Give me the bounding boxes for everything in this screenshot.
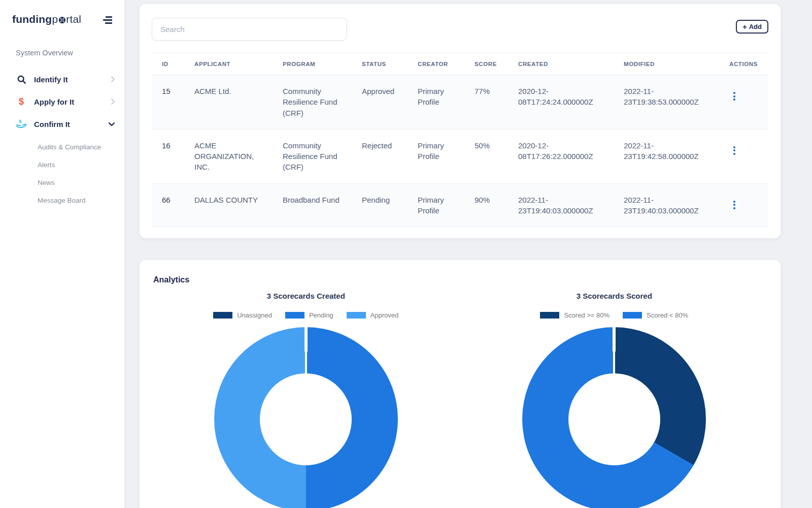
cell-applicant: ACME Ltd. [184, 75, 273, 130]
brand-light: p [52, 13, 58, 25]
analytics-card: Analytics 3 Scorecards Created Unassigne… [140, 260, 781, 508]
cell-score: 50% [464, 129, 508, 183]
brand-logo[interactable]: fundingprtal [12, 13, 81, 26]
cell-applicant: DALLAS COUNTY [184, 183, 273, 227]
brand-bold: funding [12, 13, 52, 25]
column-header-applicant: APPLICANT [184, 53, 273, 75]
cell-actions [719, 75, 768, 130]
legend-item[interactable]: Scored < 80% [623, 311, 688, 319]
legend-label: Approved [370, 311, 399, 319]
legend-label: Scored < 80% [647, 311, 688, 319]
legend-swatch [213, 312, 232, 319]
cell-id: 15 [152, 75, 184, 130]
legend-label: Scored >= 80% [564, 311, 610, 319]
sidebar-subnav-confirm-it: Audits & Compliance Alerts News Message … [0, 135, 124, 209]
cell-modified: 2022-11-23T19:40:03.000000Z [614, 183, 719, 227]
sidebar-item-alerts[interactable]: Alerts [38, 156, 124, 174]
column-header-created: CREATED [508, 53, 614, 75]
donut-chart [522, 327, 706, 508]
plus-icon: + [742, 23, 747, 30]
sidebar-item-identify-it[interactable]: Identify It [0, 68, 124, 90]
cell-program: Community Resilience Fund (CRF) [273, 75, 352, 130]
scorecards-card: + Add IDAPPLICANTPROGRAMSTATUSCREATORSCO… [140, 4, 781, 238]
donut-hole [568, 373, 660, 465]
cell-created: 2020-12-08T17:26:22.000000Z [508, 129, 614, 183]
scorecards-table: IDAPPLICANTPROGRAMSTATUSCREATORSCORECREA… [152, 53, 768, 227]
sidebar-item-apply-for-it[interactable]: $ Apply for It [0, 90, 124, 113]
analytics-title: Analytics [152, 271, 768, 284]
charts-row: 3 Scorecards Created UnassignedPendingAp… [152, 292, 768, 508]
cell-actions [719, 129, 768, 183]
column-header-actions: ACTIONS [719, 53, 768, 75]
row-actions-kebab-icon[interactable] [730, 199, 738, 211]
sidebar-collapse-icon[interactable] [102, 14, 113, 26]
cell-id: 16 [152, 129, 184, 183]
row-actions-kebab-icon[interactable] [730, 90, 738, 102]
dollar-icon: $ [16, 97, 27, 106]
sidebar-section-label: System Overview [0, 26, 124, 57]
table-header-row: IDAPPLICANTPROGRAMSTATUSCREATORSCORECREA… [152, 53, 768, 75]
cell-modified: 2022-11-23T19:42:58.000000Z [614, 129, 719, 183]
chart-title: 3 Scorecards Created [267, 292, 345, 300]
cell-creator: Primary Profile [408, 129, 464, 183]
chevron-right-icon [111, 76, 115, 83]
legend-label: Unassigned [237, 311, 272, 319]
legend-item[interactable]: Approved [347, 311, 399, 319]
cell-status: Approved [352, 75, 408, 130]
sidebar-item-message-board[interactable]: Message Board [38, 192, 124, 209]
chart-scorecards-created: 3 Scorecards Created UnassignedPendingAp… [152, 292, 460, 508]
cell-created: 2020-12-08T17:24:24.000000Z [508, 75, 614, 130]
search-icon [16, 75, 27, 84]
toolbar: + Add [152, 18, 768, 41]
chevron-down-icon [108, 122, 115, 126]
column-header-program: PROGRAM [273, 53, 352, 75]
donut-hole [260, 373, 352, 465]
cell-score: 90% [464, 183, 508, 227]
main-content: + Add IDAPPLICANTPROGRAMSTATUSCREATORSCO… [124, 4, 812, 508]
legend-item[interactable]: Pending [285, 311, 333, 319]
chart-legend: UnassignedPendingApproved [213, 311, 398, 319]
chart-legend: Scored >= 80%Scored < 80% [540, 311, 688, 319]
cell-created: 2022-11-23T19:40:03.000000Z [508, 183, 614, 227]
cell-applicant: ACME ORGANIZATION, INC. [184, 129, 273, 183]
chart-title: 3 Scorecards Scored [577, 292, 652, 300]
legend-item[interactable]: Scored >= 80% [540, 311, 610, 319]
sidebar-item-label: Identify It [34, 75, 111, 84]
sidebar-item-confirm-it[interactable]: $ Confirm It [0, 113, 124, 135]
column-header-id: ID [152, 53, 184, 75]
table-body: 15ACME Ltd.Community Resilience Fund (CR… [152, 75, 768, 227]
cell-modified: 2022-11-23T19:38:53.000000Z [614, 75, 719, 130]
legend-swatch [623, 312, 642, 319]
legend-item[interactable]: Unassigned [213, 311, 272, 319]
sidebar-item-audits-compliance[interactable]: Audits & Compliance [38, 138, 124, 156]
legend-swatch [285, 312, 304, 319]
chart-scorecards-scored: 3 Scorecards Scored Scored >= 80%Scored … [460, 292, 769, 508]
sidebar: fundingprtal System Overview Identify It… [0, 0, 124, 508]
search-input[interactable] [152, 18, 347, 41]
cell-id: 66 [152, 183, 184, 227]
chevron-right-icon [111, 98, 115, 105]
legend-swatch [540, 312, 559, 319]
cell-status: Pending [352, 183, 408, 227]
table-row: 16ACME ORGANIZATION, INC.Community Resil… [152, 129, 768, 183]
svg-text:$: $ [19, 119, 21, 124]
add-button-label: Add [749, 23, 762, 30]
sidebar-item-label: Confirm It [34, 120, 108, 129]
cell-actions [719, 183, 768, 227]
table-row: 15ACME Ltd.Community Resilience Fund (CR… [152, 75, 768, 130]
row-actions-kebab-icon[interactable] [730, 145, 738, 156]
cell-program: Broadband Fund [273, 183, 352, 227]
cell-creator: Primary Profile [408, 183, 464, 227]
brand-light-post: rtal [66, 13, 81, 25]
sidebar-nav: Identify It $ Apply for It $ Confirm It [0, 68, 124, 209]
table-row: 66DALLAS COUNTYBroadband FundPendingPrim… [152, 183, 768, 227]
cell-creator: Primary Profile [408, 75, 464, 130]
cell-score: 77% [464, 75, 508, 130]
donut-chart [214, 327, 398, 508]
column-header-modified: MODIFIED [614, 53, 719, 75]
add-button[interactable]: + Add [736, 20, 768, 34]
globe-icon [58, 14, 66, 26]
cell-status: Rejected [352, 129, 408, 183]
sidebar-item-news[interactable]: News [38, 174, 124, 192]
column-header-score: SCORE [464, 53, 508, 75]
